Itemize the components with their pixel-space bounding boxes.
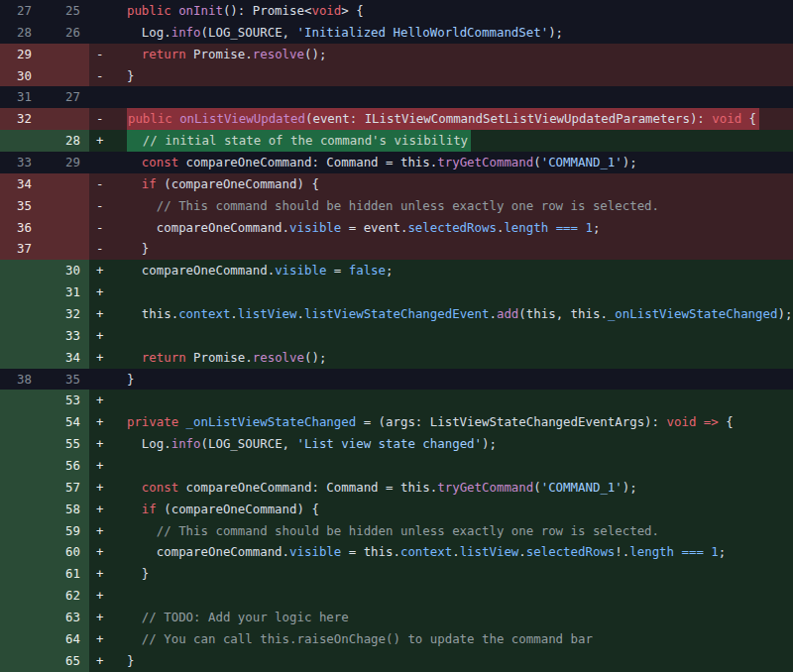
new-line-number[interactable]: 27 [40, 86, 89, 108]
code-line[interactable]: private _onListViewStateChanged = (args:… [112, 411, 793, 433]
diff-row[interactable]: 3835 } [0, 369, 793, 391]
code-line[interactable]: // TODO: Add your logic here [112, 607, 793, 628]
old-line-number[interactable] [0, 455, 40, 477]
diff-row[interactable]: 34- if (compareOneCommand) { [0, 173, 793, 195]
old-line-number[interactable]: 28 [0, 22, 40, 44]
code-line[interactable]: if (compareOneCommand) { [112, 499, 793, 520]
new-line-number[interactable]: 60 [40, 541, 89, 563]
new-line-number[interactable]: 53 [40, 390, 89, 411]
code-line[interactable] [112, 390, 793, 411]
diff-row[interactable]: 31+ [0, 281, 793, 303]
new-line-number[interactable]: 59 [40, 520, 89, 542]
old-line-number[interactable] [0, 563, 40, 585]
old-line-number[interactable]: 29 [0, 44, 40, 65]
diff-row[interactable]: 58+ if (compareOneCommand) { [0, 499, 793, 520]
code-line[interactable]: this.context.listView.listViewStateChang… [112, 303, 793, 325]
old-line-number[interactable] [0, 130, 40, 152]
code-line[interactable]: Log.info(LOG_SOURCE, 'List view state ch… [112, 433, 793, 455]
old-line-number[interactable]: 31 [0, 86, 40, 108]
new-line-number[interactable] [40, 238, 89, 260]
new-line-number[interactable]: 61 [40, 563, 89, 585]
code-line[interactable]: const compareOneCommand: Command = this.… [112, 477, 793, 499]
diff-row[interactable]: 63+ // TODO: Add your logic here [0, 607, 793, 628]
old-line-number[interactable]: 34 [0, 173, 40, 195]
old-line-number[interactable] [0, 411, 40, 433]
diff-row[interactable]: 29- return Promise.resolve(); [0, 44, 793, 65]
diff-row[interactable]: 35- // This command should be hidden unl… [0, 195, 793, 217]
new-line-number[interactable]: 33 [40, 325, 89, 347]
code-line[interactable]: } [112, 238, 793, 260]
new-line-number[interactable]: 31 [40, 281, 89, 303]
code-line[interactable]: return Promise.resolve(); [112, 347, 793, 369]
diff-row[interactable]: 55+ Log.info(LOG_SOURCE, 'List view stat… [0, 433, 793, 455]
new-line-number[interactable]: 58 [40, 499, 89, 520]
diff-row[interactable]: 32+ this.context.listView.listViewStateC… [0, 303, 793, 325]
new-line-number[interactable]: 35 [40, 369, 89, 391]
diff-row[interactable]: 2725 public onInit(): Promise<void> { [0, 0, 793, 22]
code-line[interactable]: Log.info(LOG_SOURCE, 'Initialized HelloW… [112, 22, 793, 44]
code-line[interactable]: } [112, 563, 793, 585]
code-line[interactable]: const compareOneCommand: Command = this.… [112, 152, 793, 173]
new-line-number[interactable]: 56 [40, 455, 89, 477]
diff-row[interactable]: 57+ const compareOneCommand: Command = t… [0, 477, 793, 499]
code-line[interactable] [112, 585, 793, 607]
code-line[interactable]: public onListViewUpdated(event: IListVie… [112, 108, 793, 130]
old-line-number[interactable] [0, 628, 40, 650]
diff-row[interactable]: 28+ // initial state of the command's vi… [0, 130, 793, 152]
old-line-number[interactable] [0, 650, 40, 672]
diff-row[interactable]: 3329 const compareOneCommand: Command = … [0, 152, 793, 173]
old-line-number[interactable] [0, 541, 40, 563]
new-line-number[interactable] [40, 217, 89, 239]
code-line[interactable] [112, 86, 793, 108]
new-line-number[interactable] [40, 65, 89, 87]
diff-row[interactable]: 65+ } [0, 650, 793, 672]
old-line-number[interactable] [0, 390, 40, 411]
diff-row[interactable]: 33+ [0, 325, 793, 347]
new-line-number[interactable]: 55 [40, 433, 89, 455]
old-line-number[interactable] [0, 325, 40, 347]
new-line-number[interactable] [40, 108, 89, 130]
old-line-number[interactable] [0, 303, 40, 325]
new-line-number[interactable]: 25 [40, 0, 89, 22]
old-line-number[interactable] [0, 499, 40, 520]
old-line-number[interactable]: 30 [0, 65, 40, 87]
old-line-number[interactable]: 38 [0, 369, 40, 391]
new-line-number[interactable]: 54 [40, 411, 89, 433]
new-line-number[interactable] [40, 195, 89, 217]
diff-row[interactable]: 30+ compareOneCommand.visible = false; [0, 260, 793, 281]
new-line-number[interactable]: 26 [40, 22, 89, 44]
code-line[interactable]: // This command should be hidden unless … [112, 520, 793, 542]
diff-row[interactable]: 2826 Log.info(LOG_SOURCE, 'Initialized H… [0, 22, 793, 44]
old-line-number[interactable] [0, 585, 40, 607]
new-line-number[interactable] [40, 173, 89, 195]
old-line-number[interactable] [0, 347, 40, 369]
code-line[interactable]: // You can call this.raiseOnChage() to u… [112, 628, 793, 650]
new-line-number[interactable]: 28 [40, 130, 89, 152]
new-line-number[interactable]: 63 [40, 607, 89, 628]
diff-row[interactable]: 37- } [0, 238, 793, 260]
new-line-number[interactable]: 64 [40, 628, 89, 650]
code-line[interactable]: compareOneCommand.visible = this.context… [112, 541, 793, 563]
code-line[interactable]: compareOneCommand.visible = event.select… [112, 217, 793, 239]
diff-row[interactable]: 36- compareOneCommand.visible = event.se… [0, 217, 793, 239]
diff-row[interactable]: 64+ // You can call this.raiseOnChage() … [0, 628, 793, 650]
diff-row[interactable]: 56+ [0, 455, 793, 477]
new-line-number[interactable]: 62 [40, 585, 89, 607]
old-line-number[interactable]: 27 [0, 0, 40, 22]
old-line-number[interactable] [0, 520, 40, 542]
code-line[interactable] [112, 455, 793, 477]
code-line[interactable]: // initial state of the command's visibi… [112, 130, 793, 152]
diff-row[interactable]: 62+ [0, 585, 793, 607]
code-line[interactable] [112, 325, 793, 347]
new-line-number[interactable] [40, 44, 89, 65]
diff-row[interactable]: 32- public onListViewUpdated(event: ILis… [0, 108, 793, 130]
old-line-number[interactable] [0, 260, 40, 281]
new-line-number[interactable]: 65 [40, 650, 89, 672]
code-line[interactable]: // This command should be hidden unless … [112, 195, 793, 217]
diff-row[interactable]: 59+ // This command should be hidden unl… [0, 520, 793, 542]
code-line[interactable]: compareOneCommand.visible = false; [112, 260, 793, 281]
new-line-number[interactable]: 34 [40, 347, 89, 369]
code-line[interactable]: public onInit(): Promise<void> { [112, 0, 793, 22]
old-line-number[interactable]: 32 [0, 108, 40, 130]
old-line-number[interactable]: 37 [0, 238, 40, 260]
